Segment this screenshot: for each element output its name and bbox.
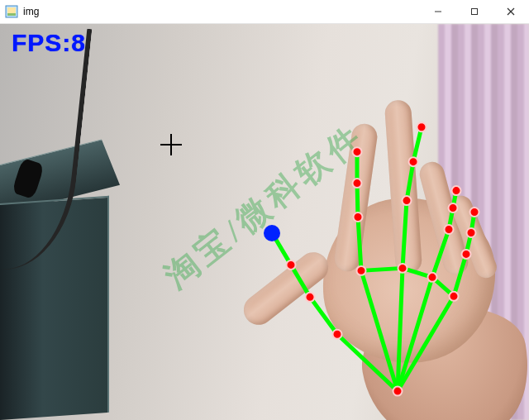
minimize-icon: [434, 7, 442, 16]
app-window: img 淘: [0, 0, 529, 420]
close-icon: [507, 7, 515, 16]
svg-rect-2: [7, 13, 16, 16]
app-icon: [5, 5, 18, 18]
fps-counter: FPS:8: [12, 29, 86, 57]
svg-rect-4: [472, 9, 478, 15]
window-title: img: [23, 6, 39, 17]
maximize-icon: [470, 7, 479, 16]
maximize-button[interactable]: [456, 0, 493, 23]
camera-frame: 淘宝/微科软件 FPS:8: [0, 24, 529, 420]
fingertip-marker-icon: [264, 225, 280, 241]
close-button[interactable]: [493, 0, 529, 23]
video-viewport: 淘宝/微科软件 FPS:8: [0, 24, 529, 420]
minimize-button[interactable]: [420, 0, 456, 23]
hand: [248, 115, 512, 420]
titlebar[interactable]: img: [0, 0, 529, 24]
svg-rect-1: [7, 7, 16, 13]
hand-thumb: [238, 246, 335, 331]
